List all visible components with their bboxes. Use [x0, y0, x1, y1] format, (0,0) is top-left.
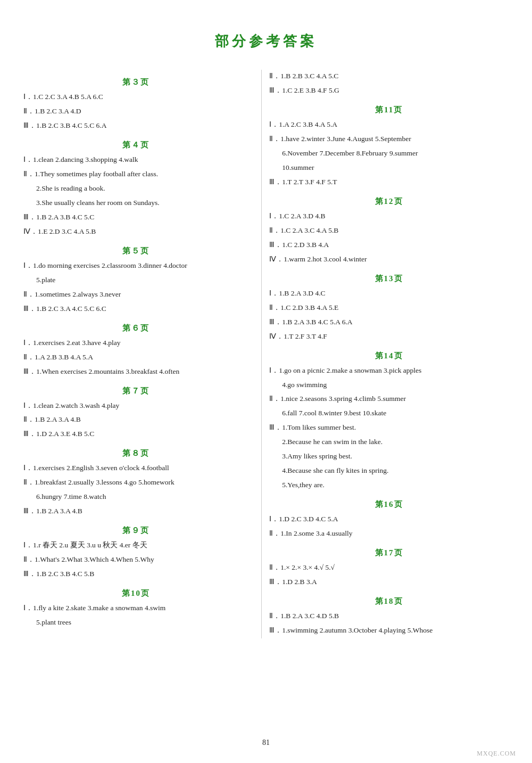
answer-line: Ⅲ．1.C 2.D 3.B 4.A [269, 239, 511, 252]
section-title: 第９页 [21, 526, 251, 536]
answer-line: Ⅰ．1.do morning exercises 2.classroom 3.d… [23, 259, 251, 273]
answer-line: Ⅳ．1.E 2.D 3.C 4.A 5.B [23, 225, 251, 239]
answer-line: 5.Yes,they are. [269, 479, 511, 492]
answer-line: Ⅰ．1.exercises 2.English 3.seven o'clock … [23, 462, 251, 475]
answer-line: Ⅰ．1.C 2.C 3.A 4.B 5.A 6.C [23, 91, 251, 104]
answer-line: Ⅱ．1.C 2.A 3.C 4.A 5.B [269, 224, 511, 237]
answer-line: Ⅱ．1.In 2.some 3.a 4.usually [269, 527, 511, 540]
answer-line: Ⅱ．1.C 2.D 3.B 4.A 5.E [269, 301, 511, 315]
section-title: 第11页 [267, 105, 511, 115]
page: 部分参考答案 第３页Ⅰ．1.C 2.C 3.A 4.B 5.A 6.CⅡ．1.B… [0, 0, 532, 763]
answer-line: 4.Because she can fly kites in spring. [269, 464, 511, 478]
answer-line: Ⅲ．1.B 2.C 3.B 4.C 5.C 6.A [23, 119, 251, 133]
answer-line: Ⅰ．1.r 春天 2.u 夏天 3.u u 秋天 4.er 冬天 [23, 539, 251, 552]
answer-line: Ⅲ．1.T 2.T 3.F 4.F 5.T [269, 176, 511, 189]
answer-line: Ⅱ．1.× 2.× 3.× 4.√ 5.√ [269, 561, 511, 575]
main-title: 部分参考答案 [21, 32, 511, 51]
answer-line: Ⅲ．1.B 2.A 3.B 4.C 5.C [23, 211, 251, 224]
section-title: 第３页 [21, 77, 251, 87]
answer-line: Ⅲ．1.D 2.A 3.E 4.B 5.C [23, 428, 251, 441]
section-title: 第14页 [267, 351, 511, 361]
answer-line: Ⅲ．1.B 2.A 3.A 4.B [23, 505, 251, 518]
section-title: 第17页 [267, 548, 511, 558]
section-title: 第12页 [267, 196, 511, 207]
answer-line: Ⅱ．1.A 2.B 3.B 4.A 5.A [23, 351, 251, 364]
answer-line: Ⅳ．1.warm 2.hot 3.cool 4.winter [269, 253, 511, 266]
section-title: 第６页 [21, 323, 251, 333]
answer-line: Ⅰ．1.clean 2.watch 3.wash 4.play [23, 399, 251, 413]
section-title: 第10页 [21, 588, 251, 598]
answer-line: 3.She usually cleans her room on Sundays… [23, 196, 251, 210]
answer-line: 6.November 7.December 8.February 9.summe… [269, 147, 511, 160]
left-column: 第３页Ⅰ．1.C 2.C 3.A 4.B 5.A 6.CⅡ．1.B 2.C 3.… [21, 70, 261, 638]
answer-line: Ⅰ．1.clean 2.dancing 3.shopping 4.walk [23, 153, 251, 167]
answer-line: Ⅱ．1.have 2.winter 3.June 4.August 5.Sept… [269, 133, 511, 146]
two-column-layout: 第３页Ⅰ．1.C 2.C 3.A 4.B 5.A 6.CⅡ．1.B 2.C 3.… [21, 70, 511, 638]
answer-line: Ⅲ．1.B 2.A 3.B 4.C 5.A 6.A [269, 316, 511, 329]
answer-line: Ⅱ．1.B 2.A 3.C 4.D 5.B [269, 610, 511, 623]
answer-line: Ⅲ．1.When exercises 2.mountains 3.breakfa… [23, 365, 251, 379]
answer-line: Ⅲ．1.B 2.C 3.B 4.C 5.B [23, 568, 251, 581]
page-number: 81 [262, 739, 270, 747]
answer-line: Ⅰ．1.fly a kite 2.skate 3.make a snowman … [23, 602, 251, 615]
section-title: 第４页 [21, 140, 251, 150]
answer-line: Ⅱ．1.B 2.A 3.A 4.B [23, 413, 251, 426]
answer-line: 6.fall 7.cool 8.winter 9.best 10.skate [269, 407, 511, 420]
answer-line: Ⅰ．1.C 2.A 3.D 4.B [269, 210, 511, 223]
answer-line: Ⅱ．1.nice 2.seasons 3.spring 4.climb 5.su… [269, 392, 511, 406]
answer-line: Ⅲ．1.D 2.B 3.A [269, 576, 511, 589]
answer-line: 2.She is reading a book. [23, 182, 251, 195]
right-column: Ⅱ．1.B 2.B 3.C 4.A 5.CⅢ．1.C 2.E 3.B 4.F 5… [261, 70, 511, 638]
section-title: 第18页 [267, 596, 511, 606]
answer-line: Ⅲ．1.Tom likes summer best. [269, 421, 511, 434]
watermark: MXQE.COM [477, 750, 516, 758]
answer-line: 5.plant trees [23, 616, 251, 629]
answer-line: Ⅱ．1.sometimes 2.always 3.never [23, 288, 251, 301]
answer-line: Ⅱ．1.breakfast 2.usually 3.lessons 4.go 5… [23, 476, 251, 489]
answer-line: Ⅲ．1.B 2.C 3.A 4.C 5.C 6.C [23, 302, 251, 316]
answer-line: 3.Amy likes spring best. [269, 450, 511, 463]
section-title: 第13页 [267, 274, 511, 284]
section-title: 第７页 [21, 386, 251, 396]
answer-line: 4.go swimming [269, 379, 511, 392]
answer-line: Ⅱ．1.B 2.C 3.A 4.D [23, 105, 251, 118]
section-title: 第８页 [21, 448, 251, 458]
answer-line: Ⅲ．1.C 2.E 3.B 4.F 5.G [269, 84, 511, 97]
section-title: 第16页 [267, 499, 511, 510]
answer-line: 6.hungry 7.time 8.watch [23, 490, 251, 504]
answer-line: Ⅰ．1.B 2.A 3.D 4.C [269, 287, 511, 300]
answer-line: Ⅰ．1.A 2.C 3.B 4.A 5.A [269, 118, 511, 132]
answer-line: Ⅱ．1.B 2.B 3.C 4.A 5.C [269, 70, 511, 83]
answer-line: Ⅰ．1.exercises 2.eat 3.have 4.play [23, 337, 251, 350]
answer-line: Ⅱ．1.They sometimes play football after c… [23, 168, 251, 181]
answer-line: 10.summer [269, 161, 511, 175]
answer-line: Ⅲ．1.swimming 2.autumn 3.October 4.playin… [269, 624, 511, 637]
answer-line: Ⅰ．1.D 2.C 3.D 4.C 5.A [269, 513, 511, 526]
answer-line: Ⅰ．1.go on a picnic 2.make a snowman 3.pi… [269, 364, 511, 378]
answer-line: Ⅱ．1.What's 2.What 3.Which 4.When 5.Why [23, 553, 251, 567]
answer-line: 2.Because he can swim in the lake. [269, 436, 511, 449]
answer-line: Ⅳ．1.T 2.F 3.T 4.F [269, 330, 511, 343]
section-title: 第５页 [21, 246, 251, 256]
answer-line: 5.plate [23, 274, 251, 287]
